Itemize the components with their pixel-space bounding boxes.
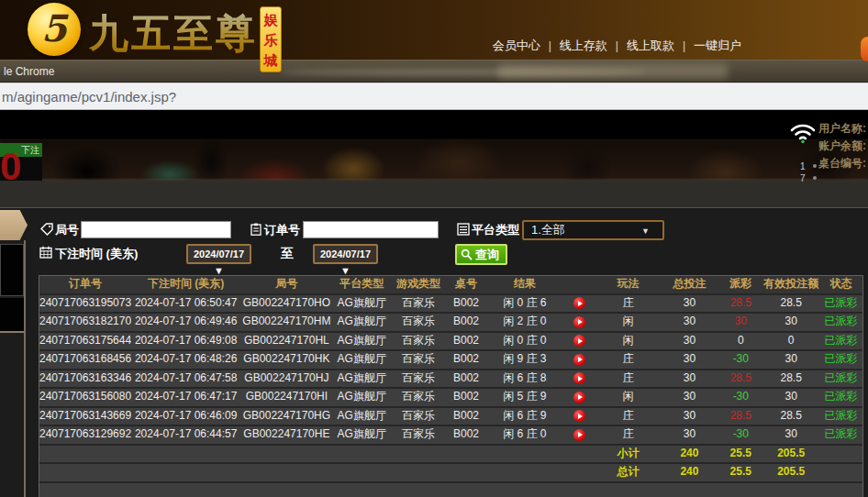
spacer-cell (39, 446, 596, 463)
column-header: 结果 (486, 276, 563, 293)
cell-game_no: GB002247170HE (241, 426, 333, 444)
summary-total-bet: 240 (660, 446, 718, 463)
signal-numbers: 1 7 (800, 160, 806, 184)
column-header: 有效投注额 (762, 276, 819, 293)
cell-payout: 28.5 (718, 370, 762, 388)
cell-payout: -30 (718, 389, 762, 406)
cell-play_type: 闲 (596, 333, 661, 350)
cell-game_type: 百家乐 (391, 295, 446, 313)
date-from-picker[interactable]: 2024/07/17 ▼ (186, 244, 251, 264)
play-video-button[interactable] (573, 372, 585, 384)
play-video-button[interactable] (573, 297, 585, 309)
cell-status: 已派彩 (819, 408, 862, 425)
cell-valid_bet: 28.5 (762, 408, 819, 425)
play-video-button[interactable] (573, 410, 585, 422)
nav-online-withdraw[interactable]: 线上取款 (627, 38, 674, 54)
tag-icon (40, 223, 53, 236)
cell-game_no: GB002247170HK (241, 351, 333, 369)
cell-play_type: 闲 (596, 389, 661, 406)
calendar-icon (39, 246, 52, 259)
spacer-cell (39, 464, 596, 481)
video-info-panel: 1 7 用户名称: 账户余额: 桌台编号: (782, 116, 868, 192)
summary-total-bet: 240 (660, 464, 718, 481)
play-video-button[interactable] (573, 429, 585, 441)
cell-result: 闲 6 庄 9 (486, 408, 563, 425)
nav-separator: | (683, 39, 685, 52)
table-row: 2407170631633462024-07-17 06:47:58GB0022… (39, 370, 862, 390)
column-header: 平台类型 (332, 276, 391, 293)
header-nav: 会员中心 | 线上存款 | 线上取款 | 一键归户 (493, 38, 741, 54)
chevron-down-icon: ▼ (641, 223, 650, 239)
browser-titlebar: le Chrome (0, 60, 868, 83)
cell-valid_bet: 0 (762, 333, 819, 350)
browser-address-bar[interactable]: m/agingame/pcv1/index.jsp? (0, 83, 868, 110)
cell-status: 已派彩 (819, 426, 862, 444)
summary-label: 小计 (596, 446, 661, 463)
cell-total_bet: 30 (661, 351, 719, 369)
cell-table_no: B002 (446, 408, 486, 425)
cell-total_bet: 30 (661, 314, 719, 331)
summary-payout: 25.5 (718, 464, 762, 481)
platform-type-select[interactable]: 1.全部 ▼ (522, 220, 664, 240)
video-bottom-strip (0, 181, 868, 207)
date-to-picker[interactable]: 2024/07/17 ▼ (313, 244, 378, 264)
table-row: 2407170631684562024-07-17 06:48:26GB0022… (39, 351, 862, 370)
empty-cell (819, 464, 862, 481)
cell-table_no: B002 (446, 426, 486, 444)
nav-separator: | (616, 39, 618, 52)
column-header: 局号 (241, 276, 333, 293)
cell-payout: -30 (718, 426, 762, 444)
cell-total_bet: 30 (661, 408, 719, 425)
cell-time: 2024-07-17 06:46:09 (131, 408, 241, 425)
url-text: m/agingame/pcv1/index.jsp? (2, 89, 176, 105)
play-video-button[interactable] (573, 354, 585, 366)
cell-valid_bet: 30 (762, 426, 819, 444)
cell-play_type: 庄 (596, 408, 661, 425)
play-cell (563, 370, 596, 388)
blurred-account-info (498, 64, 728, 79)
nav-one-key-transfer[interactable]: 一键归户 (694, 38, 741, 54)
summary-valid-bet: 205.5 (762, 464, 819, 481)
cell-total_bet: 30 (661, 370, 719, 388)
search-button[interactable]: 查询 (455, 244, 507, 265)
cell-platform: AG旗舰厅 (332, 351, 391, 369)
cell-time: 2024-07-17 06:49:46 (131, 314, 241, 331)
site-logo[interactable]: 5 (28, 3, 81, 56)
cell-time: 2024-07-17 06:44:57 (131, 426, 241, 444)
total-row: 总计24025.5205.5 (39, 464, 862, 483)
platform-list-icon (457, 223, 470, 236)
nav-online-deposit[interactable]: 线上存款 (560, 38, 607, 54)
game-no-input[interactable] (81, 221, 231, 238)
bet-record-panel: 局号 订单号 平台类型 1.全部 ▼ (0, 207, 868, 497)
page: 5 九五至尊 会员中心 | 线上存款 | 线上取款 | 一键归户 娱乐城 le … (0, 0, 868, 497)
cell-game_no: GB002247170HG (241, 408, 333, 425)
cell-game_no: GB002247170HM (241, 314, 333, 331)
cell-order: 240717063129692 (39, 426, 131, 444)
table-id-label: 桌台编号: (818, 155, 868, 172)
logo-number: 5 (41, 6, 67, 50)
table-row: 2407170631821702024-07-17 06:49:46GB0022… (39, 314, 862, 333)
cell-play_type: 闲 (596, 314, 661, 331)
left-edge-divider (24, 240, 26, 497)
search-button-label: 查询 (475, 247, 499, 263)
play-video-button[interactable] (573, 392, 585, 403)
subtotal-row: 小计24025.5205.5 (39, 446, 862, 465)
cell-table_no: B002 (446, 314, 486, 331)
side-floating-button[interactable] (861, 37, 868, 61)
cell-play_type: 庄 (596, 426, 661, 444)
cell-time: 2024-07-17 06:49:08 (131, 333, 241, 350)
play-cell (563, 295, 596, 313)
cell-play_type: 庄 (596, 370, 661, 388)
table-header-row: 订单号下注时间 (美东)局号平台类型游戏类型桌号结果玩法总投注派彩有效投注额状态 (39, 276, 862, 295)
nav-member-center[interactable]: 会员中心 (493, 38, 540, 54)
player-info-labels: 用户名称: 账户余额: 桌台编号: (818, 120, 868, 172)
left-edge-box (0, 298, 24, 333)
signal-dots (813, 164, 817, 168)
order-no-input[interactable] (303, 221, 439, 238)
cell-valid_bet: 30 (762, 314, 819, 331)
play-video-button[interactable] (573, 335, 585, 347)
clipboard-icon (250, 223, 262, 236)
play-video-button[interactable] (573, 316, 585, 328)
empty-cell (819, 446, 862, 463)
cell-result: 闲 9 庄 3 (486, 351, 563, 369)
